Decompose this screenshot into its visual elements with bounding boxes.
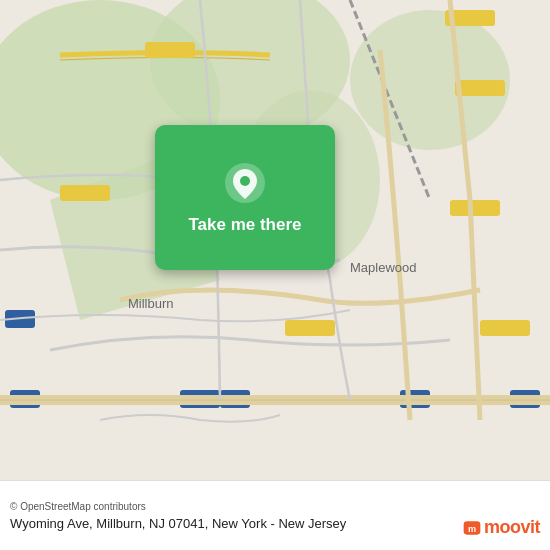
svg-text:Maplewood: Maplewood — [350, 260, 417, 275]
svg-rect-9 — [450, 200, 500, 216]
moovit-brand-text: moovit — [484, 517, 540, 538]
svg-text:Millburn: Millburn — [128, 296, 174, 311]
location-pin-icon — [223, 161, 267, 205]
svg-rect-6 — [145, 42, 195, 58]
map-view: Millburn Maplewood Take me there — [0, 0, 550, 480]
take-me-there-button[interactable]: Take me there — [188, 215, 301, 235]
bottom-bar: © OpenStreetMap contributors Wyoming Ave… — [0, 480, 550, 550]
svg-point-22 — [240, 176, 250, 186]
svg-rect-10 — [60, 185, 110, 201]
moovit-icon: m — [462, 518, 482, 538]
moovit-logo: m moovit — [462, 517, 540, 538]
svg-text:m: m — [468, 524, 476, 534]
osm-attribution: © OpenStreetMap contributors — [10, 501, 540, 512]
svg-rect-12 — [480, 320, 530, 336]
svg-rect-11 — [285, 320, 335, 336]
address-text: Wyoming Ave, Millburn, NJ 07041, New Yor… — [10, 516, 540, 531]
svg-rect-8 — [455, 80, 505, 96]
take-me-there-card[interactable]: Take me there — [155, 125, 335, 270]
